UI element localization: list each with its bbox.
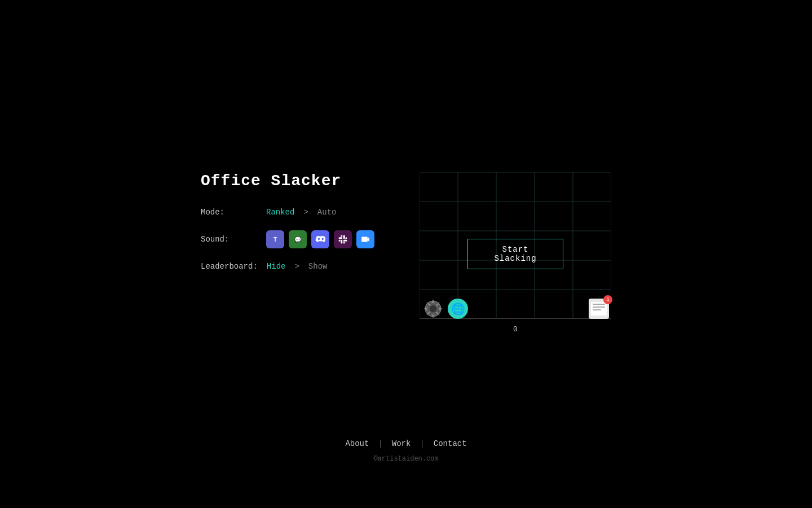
- notepad-character: 1: [589, 299, 609, 319]
- leaderboard-label: Leaderboard:: [201, 262, 258, 271]
- main-container: Office Slacker Mode: Ranked > Auto Sound…: [201, 172, 611, 336]
- sound-row: Sound: T 💬: [201, 230, 374, 248]
- leaderboard-inactive[interactable]: Show: [308, 262, 328, 271]
- footer-links: About | Work | Contact: [345, 439, 466, 448]
- svg-text:💬: 💬: [294, 236, 302, 243]
- mode-inactive[interactable]: Auto: [317, 208, 337, 217]
- footer: About | Work | Contact ©artistaiden.com: [345, 439, 466, 463]
- zoom-icon[interactable]: [356, 230, 374, 248]
- contact-link[interactable]: Contact: [434, 439, 467, 448]
- svg-point-17: [430, 305, 436, 312]
- game-title: Office Slacker: [201, 172, 374, 190]
- mode-active[interactable]: Ranked: [266, 208, 294, 217]
- player-character: 🌐: [448, 299, 468, 319]
- slack-icon[interactable]: [334, 230, 352, 248]
- sound-label: Sound:: [201, 235, 257, 244]
- left-panel: Office Slacker Mode: Ranked > Auto Sound…: [201, 172, 374, 271]
- discord-icon[interactable]: [311, 230, 329, 248]
- mode-row: Mode: Ranked > Auto: [201, 208, 374, 217]
- game-floor: [420, 318, 611, 319]
- copyright: ©artistaiden.com: [373, 455, 438, 463]
- saw-character: [423, 299, 443, 319]
- about-link[interactable]: About: [345, 439, 369, 448]
- notepad-badge: 1: [603, 295, 612, 304]
- leaderboard-active[interactable]: Hide: [267, 262, 286, 271]
- start-slacking-button[interactable]: Start Slacking: [467, 239, 563, 269]
- separator-2: |: [420, 439, 424, 448]
- game-area: Start Slacking 🌐: [420, 172, 611, 336]
- sound-icons: T 💬: [266, 230, 374, 248]
- leaderboard-arrow: >: [294, 262, 299, 271]
- work-link[interactable]: Work: [392, 439, 411, 448]
- mode-label: Mode:: [201, 208, 257, 217]
- svg-text:T: T: [273, 237, 277, 243]
- leaderboard-row: Leaderboard: Hide > Show: [201, 262, 374, 271]
- teams-icon[interactable]: T: [266, 230, 284, 248]
- score-display: 0: [513, 325, 518, 334]
- mode-arrow: >: [303, 208, 308, 217]
- separator-1: |: [378, 439, 382, 448]
- hangouts-icon[interactable]: 💬: [289, 230, 307, 248]
